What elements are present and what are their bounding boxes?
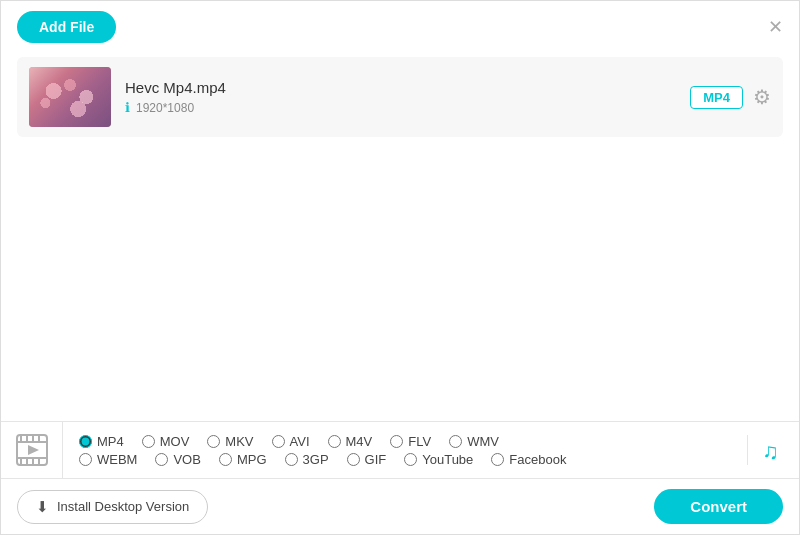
format-option-mov[interactable]: MOV [142,434,190,449]
svg-rect-6 [38,435,40,441]
file-name: Hevc Mp4.mp4 [125,79,676,96]
svg-rect-4 [26,435,28,441]
format-option-flv[interactable]: FLV [390,434,431,449]
file-thumbnail [29,67,111,127]
format-row-1: MP4 MOV MKV AVI M4V FLV WMV [79,434,731,449]
format-option-gif[interactable]: GIF [347,452,387,467]
format-option-m4v[interactable]: M4V [328,434,373,449]
install-desktop-button[interactable]: ⬇ Install Desktop Version [17,490,208,524]
svg-rect-9 [32,459,34,465]
file-meta: ℹ 1920*1080 [125,100,676,115]
format-option-avi[interactable]: AVI [272,434,310,449]
format-option-wmv[interactable]: WMV [449,434,499,449]
header: Add File ✕ [1,1,799,53]
close-button[interactable]: ✕ [768,16,783,38]
format-option-3gp[interactable]: 3GP [285,452,329,467]
info-icon: ℹ [125,100,130,115]
file-list: Hevc Mp4.mp4 ℹ 1920*1080 MP4 ⚙ [1,57,799,137]
format-icon-area [1,422,63,478]
format-option-mp4[interactable]: MP4 [79,434,124,449]
svg-rect-7 [20,459,22,465]
convert-button[interactable]: Convert [654,489,783,524]
format-options: MP4 MOV MKV AVI M4V FLV WMV [63,423,747,478]
svg-rect-3 [20,435,22,441]
film-icon [14,432,50,468]
format-option-facebook[interactable]: Facebook [491,452,566,467]
format-option-mkv[interactable]: MKV [207,434,253,449]
add-file-button[interactable]: Add File [17,11,116,43]
thumbnail-image [29,67,111,127]
format-option-mpg[interactable]: MPG [219,452,267,467]
format-option-vob[interactable]: VOB [155,452,200,467]
settings-icon[interactable]: ⚙ [753,85,771,109]
file-actions: MP4 ⚙ [690,85,771,109]
svg-text:♫: ♫ [762,439,779,464]
svg-rect-5 [32,435,34,441]
svg-rect-8 [26,459,28,465]
format-bar: MP4 MOV MKV AVI M4V FLV WMV [1,421,799,479]
svg-rect-2 [17,457,47,459]
content-area [1,137,799,377]
format-badge-button[interactable]: MP4 [690,86,743,109]
format-row-2: WEBM VOB MPG 3GP GIF YouTube Facebook [79,452,731,467]
file-info: Hevc Mp4.mp4 ℹ 1920*1080 [125,79,676,115]
format-option-webm[interactable]: WEBM [79,452,137,467]
svg-rect-10 [38,459,40,465]
svg-rect-1 [17,441,47,443]
svg-marker-11 [28,445,39,455]
download-icon: ⬇ [36,498,49,516]
music-icon-area[interactable]: ♫ [747,435,799,465]
format-option-youtube[interactable]: YouTube [404,452,473,467]
file-item: Hevc Mp4.mp4 ℹ 1920*1080 MP4 ⚙ [17,57,783,137]
install-label: Install Desktop Version [57,499,189,514]
footer: ⬇ Install Desktop Version Convert [1,479,799,534]
file-resolution: 1920*1080 [136,101,194,115]
